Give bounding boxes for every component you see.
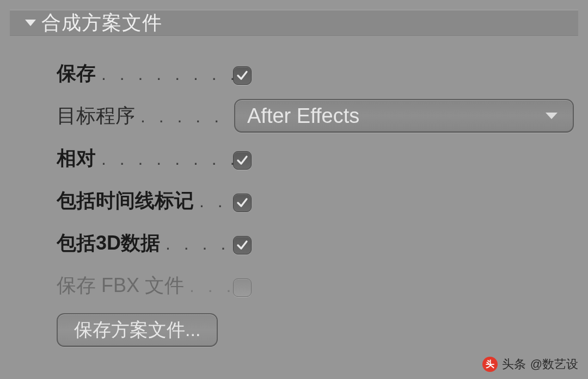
label-save: 保存 <box>57 60 96 87</box>
label-wrap: 包括时间线标记 . . . . . . . . <box>57 188 233 214</box>
label-3d-data: 包括3D数据 <box>57 230 160 257</box>
collapse-triangle-icon[interactable] <box>25 20 36 26</box>
checkbox-save[interactable] <box>233 66 252 85</box>
dots: . . . . . . . . . . . <box>166 234 233 254</box>
label-relative: 相对 <box>57 145 96 172</box>
dots: . . . . . . . . <box>199 191 233 212</box>
row-target-app: 目标程序 . . . . . . . . . . . . After Effec… <box>10 95 578 137</box>
checkbox-relative[interactable] <box>233 151 252 170</box>
dropdown-value: After Effects <box>247 104 359 128</box>
label-wrap: 保存 . . . . . . . . . . . . . . . . <box>57 60 233 87</box>
checkmark-icon <box>236 69 249 82</box>
label-timeline-markers: 包括时间线标记 <box>57 188 194 214</box>
checkbox-3d-data[interactable] <box>233 236 252 254</box>
label-wrap: 目标程序 . . . . . . . . . . . . <box>57 103 233 129</box>
section-header[interactable]: 合成方案文件 <box>10 10 578 36</box>
label-save-fbx: 保存 FBX 文件 <box>57 272 184 299</box>
row-include-timeline-markers: 包括时间线标记 . . . . . . . . <box>10 179 578 222</box>
checkmark-icon <box>236 154 249 167</box>
dropdown-target-app[interactable]: After Effects <box>234 99 574 133</box>
checkmark-icon <box>236 239 249 252</box>
toutiao-logo-icon: 头 <box>482 357 498 372</box>
checkbox-timeline-markers[interactable] <box>233 194 252 212</box>
label-wrap: 相对 . . . . . . . . . . . . . . . . <box>57 145 233 172</box>
checkmark-icon <box>236 196 249 209</box>
dots: . . . . . . . . . . . . . . . . <box>101 149 233 169</box>
label-wrap: 保存 FBX 文件 . . . . . . . . . <box>57 272 233 299</box>
save-project-file-button[interactable]: 保存方案文件... <box>57 313 218 347</box>
options-list: 保存 . . . . . . . . . . . . . . . . 目标程序 … <box>10 36 578 347</box>
watermark-author: @数艺设 <box>530 356 578 372</box>
row-relative: 相对 . . . . . . . . . . . . . . . . <box>10 137 578 179</box>
watermark: 头 头条 @数艺设 <box>482 356 578 372</box>
row-save: 保存 . . . . . . . . . . . . . . . . <box>10 52 578 95</box>
dots: . . . . . . . . . <box>189 276 233 296</box>
label-target-app: 目标程序 <box>57 103 135 129</box>
row-save-fbx: 保存 FBX 文件 . . . . . . . . . <box>10 264 578 307</box>
checkbox-save-fbx[interactable] <box>233 278 252 297</box>
watermark-source: 头条 <box>502 356 526 372</box>
dots: . . . . . . . . . . . . . . . . <box>101 64 233 84</box>
label-wrap: 包括3D数据 . . . . . . . . . . . <box>57 230 233 257</box>
button-label: 保存方案文件... <box>74 318 200 343</box>
compositing-project-panel: 合成方案文件 保存 . . . . . . . . . . . . . . . … <box>0 0 588 379</box>
section-title: 合成方案文件 <box>41 10 162 36</box>
row-include-3d-data: 包括3D数据 . . . . . . . . . . . <box>10 222 578 264</box>
dots: . . . . . . . . . . . . <box>140 107 233 127</box>
chevron-down-icon <box>546 113 558 119</box>
